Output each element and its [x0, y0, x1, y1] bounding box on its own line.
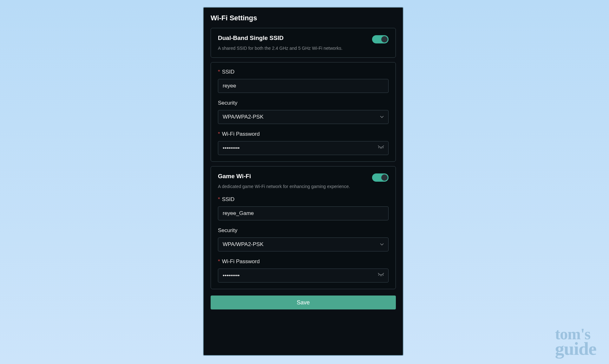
game-security-value: WPA/WPA2-PSK	[223, 241, 264, 248]
password-field: * Wi-Fi Password	[218, 131, 389, 155]
svg-line-6	[382, 275, 382, 276]
ssid-input[interactable]	[218, 79, 389, 93]
game-security-select[interactable]: WPA/WPA2-PSK	[218, 237, 389, 251]
eye-closed-icon[interactable]	[378, 273, 384, 278]
required-mark: *	[218, 258, 220, 265]
required-mark: *	[218, 131, 220, 137]
svg-line-0	[378, 147, 379, 148]
required-mark: *	[218, 196, 220, 203]
game-wifi-header: Game Wi-Fi A dedicated game Wi-Fi networ…	[218, 173, 389, 189]
required-mark: *	[218, 69, 220, 75]
password-label: * Wi-Fi Password	[218, 131, 389, 137]
ssid-field: * SSID	[218, 69, 389, 93]
security-select[interactable]: WPA/WPA2-PSK	[218, 110, 389, 124]
ssid-label: * SSID	[218, 69, 389, 75]
security-label: Security	[218, 100, 389, 106]
watermark-logo: tom's guide	[555, 327, 596, 356]
game-password-field: * Wi-Fi Password	[218, 258, 389, 283]
main-wifi-card: * SSID Security WPA/WPA2-PSK * Wi-Fi Pas…	[211, 62, 396, 162]
game-wifi-card: Game Wi-Fi A dedicated game Wi-Fi networ…	[211, 166, 396, 289]
svg-line-2	[382, 148, 382, 149]
chevron-down-icon	[380, 115, 384, 119]
game-ssid-input[interactable]	[218, 206, 389, 220]
password-input[interactable]	[218, 141, 389, 155]
wifi-settings-panel: Wi-Fi Settings Dual-Band Single SSID A s…	[203, 7, 403, 356]
svg-line-7	[383, 275, 383, 276]
save-button[interactable]: Save	[211, 296, 396, 309]
game-ssid-label: * SSID	[218, 196, 389, 203]
game-wifi-toggle[interactable]	[372, 173, 389, 182]
eye-closed-icon[interactable]	[378, 145, 384, 151]
game-password-label: * Wi-Fi Password	[218, 258, 389, 265]
svg-line-3	[383, 147, 383, 148]
toggle-knob	[381, 36, 388, 42]
svg-line-5	[380, 275, 381, 276]
game-password-input[interactable]	[218, 269, 389, 283]
security-field: Security WPA/WPA2-PSK	[218, 100, 389, 124]
toggle-knob	[381, 174, 388, 181]
dual-band-title: Dual-Band Single SSID	[218, 35, 372, 42]
security-value: WPA/WPA2-PSK	[223, 114, 264, 120]
dual-band-card: Dual-Band Single SSID A shared SSID for …	[211, 28, 396, 58]
svg-line-4	[378, 275, 379, 276]
watermark-line2: guide	[555, 341, 596, 356]
panel-title: Wi-Fi Settings	[211, 14, 396, 22]
dual-band-header: Dual-Band Single SSID A shared SSID for …	[218, 35, 389, 51]
dual-band-toggle[interactable]	[372, 35, 389, 43]
game-wifi-desc: A dedicated game Wi-Fi network for enhan…	[218, 184, 372, 189]
game-security-label: Security	[218, 227, 389, 234]
game-wifi-title: Game Wi-Fi	[218, 173, 372, 180]
chevron-down-icon	[380, 243, 384, 246]
svg-line-1	[380, 148, 381, 149]
dual-band-desc: A shared SSID for both the 2.4 GHz and 5…	[218, 45, 372, 51]
game-ssid-field: * SSID	[218, 196, 389, 220]
game-security-field: Security WPA/WPA2-PSK	[218, 227, 389, 251]
